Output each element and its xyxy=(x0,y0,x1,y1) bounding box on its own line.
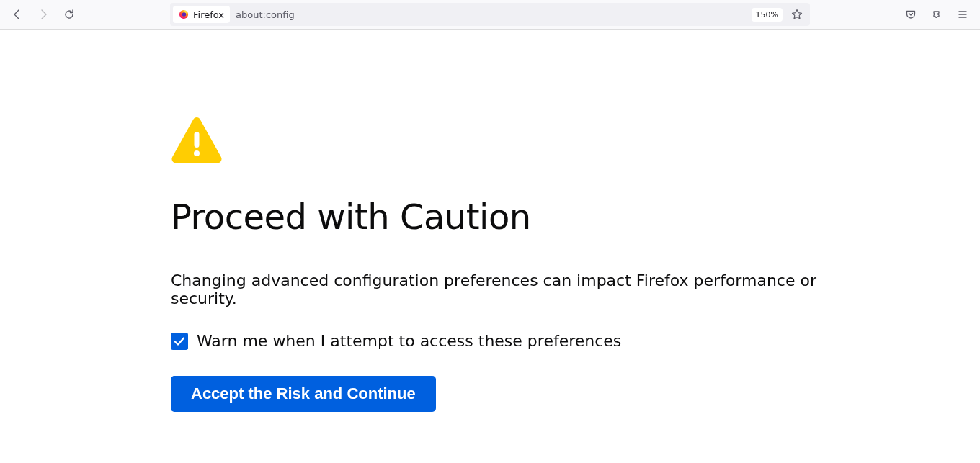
bookmark-star-button[interactable] xyxy=(787,4,807,24)
forward-button[interactable] xyxy=(32,3,55,26)
browser-toolbar: Firefox about:config 150% xyxy=(0,0,980,30)
warn-checkbox-row[interactable]: Warn me when I attempt to access these p… xyxy=(171,332,827,350)
pocket-button[interactable] xyxy=(899,3,922,26)
accept-risk-button[interactable]: Accept the Risk and Continue xyxy=(171,376,436,412)
app-menu-button[interactable] xyxy=(951,3,974,26)
identity-label: Firefox xyxy=(193,9,224,20)
firefox-logo-icon xyxy=(179,9,189,19)
warning-description: Changing advanced configuration preferen… xyxy=(171,271,827,307)
warning-container: Proceed with Caution Changing advanced c… xyxy=(171,116,827,412)
page-title: Proceed with Caution xyxy=(171,197,827,237)
back-button[interactable] xyxy=(6,3,29,26)
url-text: about:config xyxy=(236,9,752,20)
svg-point-3 xyxy=(194,150,200,156)
reload-button[interactable] xyxy=(58,3,81,26)
toolbar-right xyxy=(899,3,974,26)
extensions-button[interactable] xyxy=(925,3,948,26)
svg-point-1 xyxy=(182,12,187,17)
warning-icon xyxy=(171,116,827,197)
url-bar[interactable]: Firefox about:config 150% xyxy=(170,3,810,26)
svg-rect-2 xyxy=(195,132,200,148)
identity-box[interactable]: Firefox xyxy=(173,6,230,23)
page-content: Proceed with Caution Changing advanced c… xyxy=(0,30,980,412)
warn-checkbox[interactable] xyxy=(171,333,188,350)
zoom-indicator[interactable]: 150% xyxy=(752,8,783,22)
warn-checkbox-label: Warn me when I attempt to access these p… xyxy=(197,332,621,350)
